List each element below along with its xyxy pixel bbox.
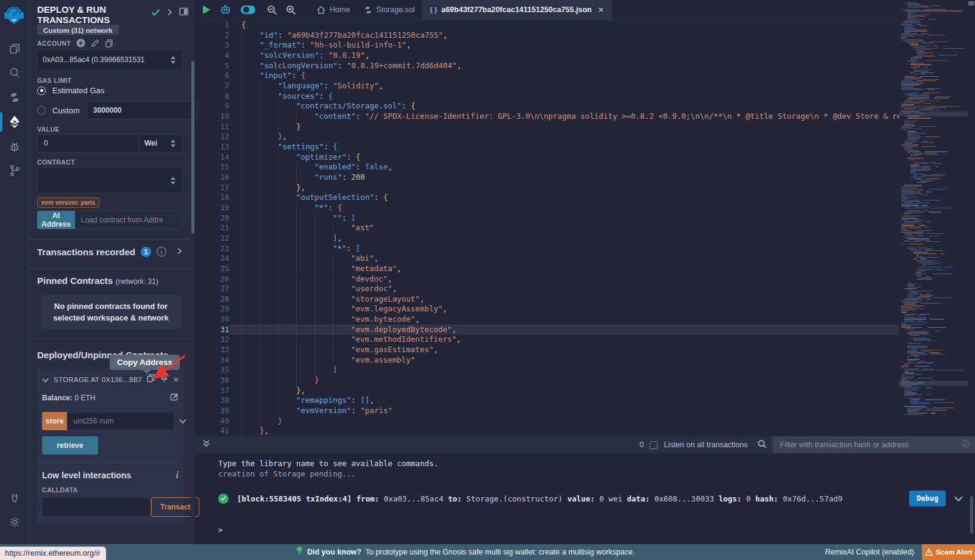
code-line[interactable]: 11}: [195, 122, 975, 132]
code-line[interactable]: 8"sources": {: [195, 91, 975, 102]
code-line[interactable]: 41},: [195, 426, 975, 436]
code-line[interactable]: 1{: [195, 20, 975, 30]
at-address-button[interactable]: At Address: [37, 211, 75, 229]
code-line[interactable]: 23"*": [: [195, 244, 975, 254]
contract-stepper-icon[interactable]: [171, 177, 177, 185]
code-line[interactable]: 26"devdoc",: [195, 274, 975, 285]
debug-button[interactable]: Debug: [909, 491, 946, 506]
listen-checkbox[interactable]: [650, 441, 658, 449]
tab-storage-sol[interactable]: Storage.sol: [357, 0, 422, 20]
load-contract-input[interactable]: [75, 211, 182, 229]
low-level-info-icon[interactable]: i: [176, 470, 179, 481]
code-line[interactable]: 13"settings": {: [195, 142, 975, 152]
copilot-status[interactable]: RemixAI Copilot (enabled): [825, 548, 914, 556]
value-unit-stepper-icon[interactable]: [171, 140, 177, 147]
code-line[interactable]: 38"remappings": [],: [195, 395, 975, 406]
contract-collapse-chevron-icon[interactable]: [42, 374, 49, 385]
transactions-expand-icon[interactable]: [177, 246, 182, 257]
store-arg-input[interactable]: [67, 412, 174, 430]
code-line[interactable]: 12},: [195, 132, 975, 142]
solidity-compiler-icon[interactable]: [0, 85, 29, 110]
custom-gas-radio[interactable]: [37, 106, 46, 115]
filter-input[interactable]: [773, 441, 975, 449]
code-line[interactable]: 28"storageLayout",: [195, 294, 975, 305]
custom-gas-input[interactable]: [87, 101, 197, 119]
clear-filter-icon[interactable]: [962, 439, 970, 450]
retrieve-function-button[interactable]: retrieve: [42, 436, 98, 455]
code-line[interactable]: 40}: [195, 416, 975, 427]
run-script-icon[interactable]: [202, 5, 211, 15]
code-line[interactable]: 2"id": "a69b43f277ba20fcac141151250ca755…: [195, 30, 975, 41]
edit-account-icon[interactable]: [91, 39, 99, 48]
code-line[interactable]: 33"evm.gasEstimates",: [195, 345, 975, 355]
contract-select[interactable]: [37, 168, 182, 193]
deploy-run-icon[interactable]: [0, 110, 29, 134]
code-line[interactable]: 10"content": "// SPDX-License-Identifier…: [195, 112, 975, 122]
calldata-input[interactable]: [42, 497, 150, 517]
code-line[interactable]: 36}: [195, 375, 975, 386]
tab-build-info-json[interactable]: { } a69b43f277ba20fcac141151250ca755.jso…: [422, 0, 612, 20]
close-tab-icon[interactable]: ×: [598, 5, 603, 15]
value-unit-select[interactable]: Wei: [140, 134, 182, 152]
code-line[interactable]: 37},: [195, 386, 975, 396]
edit-balance-icon[interactable]: [170, 392, 179, 403]
code-line[interactable]: 15"enabled": false,: [195, 162, 975, 172]
file-explorer-icon[interactable]: [0, 37, 29, 61]
pin-panel-chevron-icon[interactable]: [167, 7, 172, 18]
expand-terminal-icon[interactable]: [202, 439, 210, 450]
store-function-button[interactable]: store: [42, 412, 67, 430]
add-account-icon[interactable]: [76, 38, 85, 48]
zoom-out-icon[interactable]: [267, 5, 277, 15]
value-input[interactable]: [37, 134, 140, 152]
account-stepper-icon[interactable]: [171, 56, 177, 64]
scam-alert-button[interactable]: Scam Alert: [922, 544, 975, 560]
code-line[interactable]: 35]: [195, 365, 975, 375]
editor-scrollbar[interactable]: [968, 0, 975, 436]
plugin-manager-icon[interactable]: [0, 486, 29, 510]
estimated-gas-radio[interactable]: [37, 87, 46, 95]
copilot-toggle-icon[interactable]: [240, 5, 256, 15]
side-panel-toggle-icon[interactable]: [179, 7, 188, 18]
git-icon[interactable]: [0, 158, 29, 183]
code-line[interactable]: 3"_format": "hh-sol-build-info-1",: [195, 40, 975, 51]
copy-account-icon[interactable]: [105, 39, 113, 48]
tx-expand-chevron-icon[interactable]: [954, 494, 963, 503]
zoom-in-icon[interactable]: [286, 5, 296, 15]
code-line[interactable]: 27"userdoc",: [195, 284, 975, 294]
code-line[interactable]: 29"evm.legacyAssembly",: [195, 304, 975, 314]
code-line[interactable]: 22],: [195, 233, 975, 244]
remix-logo-icon[interactable]: [4, 5, 24, 26]
panel-scrollbar[interactable]: [191, 0, 195, 544]
account-select[interactable]: 0xA03...85ac4 (0.39866531531: [37, 49, 182, 70]
terminal[interactable]: Type the library name to see available c…: [195, 453, 975, 544]
terminal-prompt[interactable]: >: [218, 525, 223, 534]
code-line[interactable]: 31"evm.deployedBytecode",: [195, 325, 975, 335]
copy-address-icon[interactable]: [146, 374, 155, 385]
code-line[interactable]: 6"input": {: [195, 71, 975, 81]
code-line[interactable]: 9"contracts/Storage.sol": {: [195, 101, 975, 112]
code-line[interactable]: 21"ast": [195, 223, 975, 233]
minimap[interactable]: [899, 0, 968, 436]
code-line[interactable]: 19"*": {: [195, 203, 975, 213]
tab-home[interactable]: Home: [310, 0, 357, 20]
code-line[interactable]: 32"evm.methodIdentifiers",: [195, 335, 975, 345]
code-line[interactable]: 18"outputSelection": {: [195, 193, 975, 203]
code-line[interactable]: 34"evm.assembly": [195, 355, 975, 366]
code-line[interactable]: 30"evm.bytecode",: [195, 314, 975, 325]
pin-contract-icon[interactable]: [160, 374, 168, 385]
code-line[interactable]: 4"solcVersion": "0.8.19",: [195, 51, 975, 61]
store-expand-chevron-icon[interactable]: [179, 416, 186, 427]
transactions-info-icon[interactable]: i: [157, 247, 166, 257]
code-line[interactable]: 7"language": "Solidity",: [195, 81, 975, 91]
terminal-scrollbar[interactable]: [970, 496, 973, 534]
debugger-icon[interactable]: [0, 134, 29, 158]
code-editor[interactable]: 1{2"id": "a69b43f277ba20fcac141151250ca7…: [195, 20, 975, 436]
code-line[interactable]: 20"": [: [195, 213, 975, 224]
code-line[interactable]: 14"optimizer": {: [195, 152, 975, 163]
search-icon[interactable]: [0, 61, 29, 85]
transaction-log-row[interactable]: [block:5583405 txIndex:4] from: 0xa03...…: [218, 489, 963, 508]
code-line[interactable]: 24"abi",: [195, 253, 975, 264]
settings-gear-icon[interactable]: [0, 510, 29, 534]
code-line[interactable]: 5"solcLongVersion": "0.8.19+commit.7dd6d…: [195, 61, 975, 71]
code-line[interactable]: 16"runs": 200: [195, 172, 975, 183]
